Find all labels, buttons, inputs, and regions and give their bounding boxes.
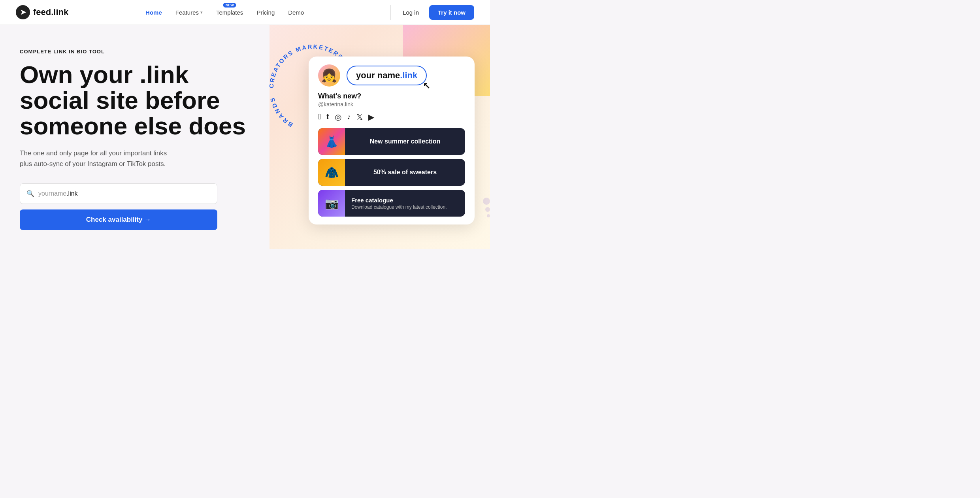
hero-left: COMPLETE LINK IN BIO TOOL Own your .link… (0, 25, 270, 249)
avatar: 👧 (318, 64, 340, 87)
nav-pricing[interactable]: Pricing (251, 6, 280, 19)
navbar: ➤ feed.link Home Features ▾ NEW Template… (0, 0, 490, 25)
link-card-sweaters[interactable]: 🧥 50% sale of sweaters (318, 159, 465, 186)
link-card-img-summer: 👗 (318, 128, 345, 155)
link-card-label-summer: New summer collection (345, 138, 465, 145)
link-card-catalogue[interactable]: 📷 Free catalogue Download catalogue with… (318, 190, 465, 217)
search-bar: 🔍 yourname.link (20, 183, 217, 204)
link-card-last-content: Free catalogue Download catalogue with m… (345, 197, 453, 210)
instagram-icon: ◎ (335, 112, 341, 122)
link-card-label-sweaters: 50% sale of sweaters (345, 169, 465, 176)
deco-circle-3 (487, 214, 490, 217)
name-pill: your name.link ↖ (347, 66, 427, 85)
social-icons-row:  f ◎ ♪ 𝕏 ▶ (318, 112, 465, 122)
try-button[interactable]: Try it now (429, 5, 474, 20)
link-cards-list: 👗 New summer collection 🧥 50% sale of sw… (318, 128, 465, 217)
features-chevron: ▾ (200, 10, 203, 15)
name-link-row: 👧 your name.link ↖ (318, 64, 465, 87)
hero-right: CREATORS MARKETERS BRANDS 👧 your name.li… (270, 25, 490, 249)
whats-new-label: What's new? (318, 92, 465, 100)
link-card-summer[interactable]: 👗 New summer collection (318, 128, 465, 155)
side-decoration (483, 198, 490, 217)
tiktok-icon: ♪ (347, 112, 351, 122)
deco-circle-1 (483, 198, 490, 205)
nav-demo[interactable]: Demo (283, 6, 309, 19)
cursor-icon: ↖ (423, 81, 430, 91)
deco-circle-2 (485, 207, 490, 212)
link-card-img-catalogue: 📷 (318, 190, 345, 217)
svg-text:BRANDS: BRANDS (270, 96, 294, 128)
facebook-icon: f (326, 112, 329, 122)
logo[interactable]: ➤ feed.link (16, 5, 68, 19)
nav-templates[interactable]: NEW Templates (211, 6, 249, 19)
profile-handle: @katerina.link (318, 101, 465, 108)
twitter-icon: 𝕏 (356, 112, 363, 122)
nav-divider (390, 5, 391, 20)
link-card-catalogue-title: Free catalogue (351, 197, 393, 204)
nav-right: Log in Try it now (389, 5, 474, 20)
youtube-icon: ▶ (368, 112, 374, 122)
search-placeholder-text: yourname.link (38, 190, 78, 197)
hero-subtitle: The one and only page for all your impor… (20, 148, 178, 169)
nav-links: Home Features ▾ NEW Templates Pricing De… (140, 6, 309, 19)
link-card-catalogue-subtitle: Download catalogue with my latest collec… (351, 204, 447, 210)
login-button[interactable]: Log in (396, 6, 426, 19)
main-content: COMPLETE LINK IN BIO TOOL Own your .link… (0, 25, 490, 249)
logo-text: feed.link (33, 7, 68, 17)
nav-home[interactable]: Home (140, 6, 168, 19)
new-badge: NEW (223, 3, 236, 8)
hero-title: Own your .linksocial site beforesomeone … (20, 62, 250, 139)
link-card-img-sweaters: 🧥 (318, 159, 345, 186)
nav-features[interactable]: Features ▾ (170, 6, 208, 19)
facebook-icon:  (318, 112, 321, 122)
phone-card: 👧 your name.link ↖ What's new? @katerina… (309, 57, 475, 224)
hero-eyebrow: COMPLETE LINK IN BIO TOOL (20, 49, 250, 55)
check-availability-button[interactable]: Check availability → (20, 209, 217, 230)
logo-icon: ➤ (16, 5, 30, 19)
search-icon: 🔍 (26, 190, 34, 197)
